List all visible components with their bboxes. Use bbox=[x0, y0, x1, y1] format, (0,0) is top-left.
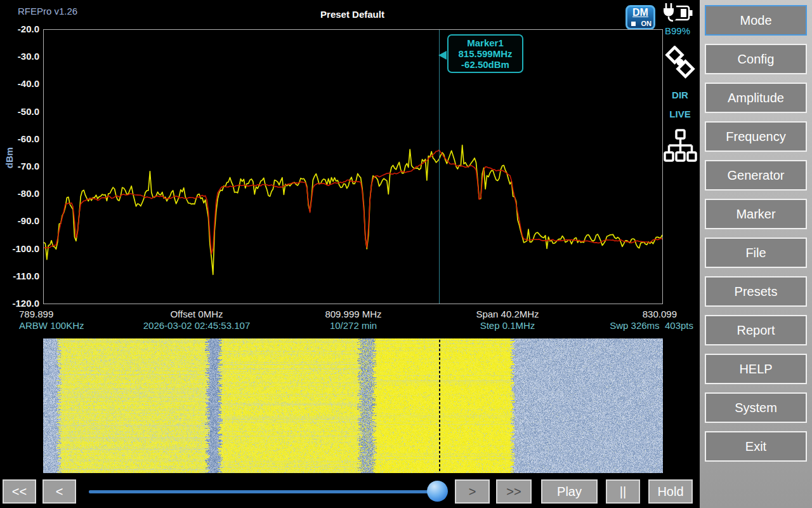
trace-average bbox=[44, 150, 662, 254]
y-tick: -40.0 bbox=[0, 78, 39, 89]
hold-button[interactable]: Hold bbox=[648, 479, 693, 504]
y-tick: -50.0 bbox=[0, 106, 39, 117]
y-tick: -80.0 bbox=[0, 188, 39, 199]
marker-level: -62.50dBm bbox=[455, 59, 516, 70]
preset-title: Preset Default bbox=[43, 9, 662, 20]
dm-label: DM bbox=[627, 7, 653, 18]
spectrum-traces bbox=[44, 30, 662, 304]
menu-button-help[interactable]: HELP bbox=[705, 354, 807, 384]
y-tick: -90.0 bbox=[0, 215, 39, 226]
marker-readout[interactable]: Marker1 815.599MHz -62.50dBm bbox=[447, 34, 523, 73]
menu-button-presets[interactable]: Presets bbox=[705, 276, 807, 307]
menu-button-exit[interactable]: Exit bbox=[705, 431, 807, 462]
timeline-slider-track[interactable] bbox=[89, 490, 444, 493]
y-tick: -120.0 bbox=[0, 298, 39, 309]
waterfall-display bbox=[43, 338, 663, 473]
info-center: 809.999 MHz 10/272 min bbox=[277, 309, 429, 331]
menu-button-file[interactable]: File bbox=[705, 237, 807, 268]
marker-freq: 815.599MHz bbox=[455, 48, 516, 59]
stop-frequency: 830.099 bbox=[547, 309, 693, 320]
dm-square-icon bbox=[631, 22, 636, 26]
sweep-stats: Swp 326ms 403pts bbox=[547, 320, 693, 331]
menu-panel: ModeConfigAmplitudeFrequencyGeneratorMar… bbox=[700, 0, 812, 508]
battery-plug-icon bbox=[660, 2, 695, 25]
menu-button-system[interactable]: System bbox=[705, 392, 807, 423]
start-frequency: 789.899 bbox=[19, 309, 84, 320]
live-status: LIVE bbox=[663, 109, 697, 119]
info-start: 789.899 ARBW 100KHz bbox=[19, 309, 84, 331]
marker-name: Marker1 bbox=[455, 37, 516, 48]
menu-button-amplitude[interactable]: Amplitude bbox=[705, 83, 807, 113]
menu-button-config[interactable]: Config bbox=[705, 44, 807, 74]
step-back-button[interactable]: < bbox=[43, 479, 76, 504]
rbw-value: ARBW 100KHz bbox=[19, 320, 84, 331]
menu-button-mode[interactable]: Mode bbox=[705, 5, 807, 36]
battery-level: B99% bbox=[658, 25, 697, 36]
trace-live bbox=[44, 145, 662, 275]
dm-state: ON bbox=[641, 20, 652, 27]
play-button[interactable]: Play bbox=[541, 479, 598, 504]
info-offset: Offset 0MHz 2026-03-02 02:45:53.107 bbox=[121, 309, 273, 331]
marker-line[interactable] bbox=[439, 30, 440, 304]
dm-indicator[interactable]: DM ON bbox=[625, 5, 655, 30]
menu-button-generator[interactable]: Generator bbox=[705, 160, 807, 190]
menu-button-frequency[interactable]: Frequency bbox=[705, 121, 807, 152]
menu-button-marker[interactable]: Marker bbox=[705, 199, 807, 229]
rewind-button[interactable]: << bbox=[3, 479, 36, 504]
dir-status: DIR bbox=[663, 90, 697, 100]
y-tick: -20.0 bbox=[0, 23, 39, 34]
pause-button[interactable]: || bbox=[606, 479, 640, 504]
antenna-link-icon bbox=[664, 46, 696, 84]
record-position: 10/272 min bbox=[277, 320, 429, 331]
y-tick: -110.0 bbox=[0, 271, 39, 281]
spectrum-plot bbox=[43, 29, 663, 304]
marker-arrow-icon bbox=[438, 51, 447, 60]
timestamp: 2026-03-02 02:45:53.107 bbox=[121, 320, 273, 331]
y-tick: -100.0 bbox=[0, 243, 39, 254]
y-tick: -70.0 bbox=[0, 161, 39, 171]
info-stop: 830.099 Swp 326ms 403pts bbox=[547, 309, 693, 331]
y-tick: -30.0 bbox=[0, 51, 39, 62]
timeline-slider-thumb[interactable] bbox=[427, 481, 448, 502]
network-tree-icon bbox=[663, 129, 697, 164]
step-forward-button[interactable]: > bbox=[455, 479, 490, 504]
y-tick: -60.0 bbox=[0, 133, 39, 144]
fast-forward-button[interactable]: >> bbox=[496, 479, 532, 504]
offset-value: Offset 0MHz bbox=[121, 309, 273, 320]
center-frequency: 809.999 MHz bbox=[277, 309, 429, 320]
menu-button-report[interactable]: Report bbox=[705, 315, 807, 345]
